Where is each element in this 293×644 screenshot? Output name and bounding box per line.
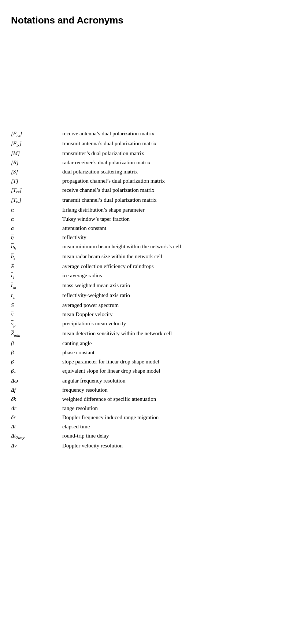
notation-description: receive channel’s dual polarization matr… xyxy=(62,186,282,195)
notation-description: mean detection sensitivity within the ne… xyxy=(62,329,282,339)
notation-description: elapsed time xyxy=(62,422,282,431)
notation-row: Δt2wayround-trip time delay xyxy=(11,432,282,441)
notation-symbol: δk xyxy=(11,395,62,403)
notation-row: βcanting angle xyxy=(11,339,282,348)
notation-description: phase constant xyxy=(62,348,282,357)
notation-symbol: α xyxy=(11,215,62,223)
notation-description: Doppler frequency induced range migratio… xyxy=(62,413,282,422)
notation-description: reflectivity xyxy=(62,233,282,242)
notation-row: [R]radar receiver’s dual polarization ma… xyxy=(11,158,282,167)
notation-description: range resolution xyxy=(62,404,282,413)
notation-symbol: Zmin xyxy=(11,329,62,339)
notation-symbol: [Frx] xyxy=(11,129,62,139)
notation-symbol: ri xyxy=(11,271,62,281)
notation-description: Erlang distribution’s shape parameter xyxy=(62,206,282,214)
notation-row: [Ftx]transmit antenna’s dual polarizatio… xyxy=(11,139,282,149)
notation-description: average collection efficiency of raindro… xyxy=(62,262,282,271)
notation-symbol: η xyxy=(11,233,62,242)
notation-description: round-trip time delay xyxy=(62,432,282,441)
notation-symbol: Δt xyxy=(11,422,62,431)
notation-row: Saveraged power spectrum xyxy=(11,301,282,310)
notation-symbol: rm xyxy=(11,281,62,290)
notation-description: propagation channel’s dual polarization … xyxy=(62,177,282,185)
notation-symbol: Δr xyxy=(11,404,62,413)
notation-row: αattenuation constant xyxy=(11,224,282,233)
notation-symbol: [R] xyxy=(11,158,62,167)
notation-description: Tukey window’s taper fraction xyxy=(62,215,282,223)
notation-row: Eaverage collection efficiency of raindr… xyxy=(11,262,282,271)
notation-description: transmit antenna’s dual polarization mat… xyxy=(62,139,282,149)
notation-row: βphase constant xyxy=(11,348,282,357)
notation-symbol: bs xyxy=(11,252,62,261)
notation-row: βslope parameter for linear drop shape m… xyxy=(11,358,282,366)
notation-symbol: [S] xyxy=(11,168,62,176)
notation-description: canting angle xyxy=(62,339,282,348)
notation-symbol: [Ftx] xyxy=(11,139,62,149)
notation-row: Δωangular frequency resolution xyxy=(11,377,282,385)
notation-description: slope parameter for linear drop shape mo… xyxy=(62,358,282,366)
notation-row: Δtelapsed time xyxy=(11,422,282,431)
page-title: Notations and Acronyms xyxy=(11,15,282,26)
notation-symbol: bh xyxy=(11,242,62,252)
notation-symbol: α xyxy=(11,224,62,233)
notation-row: αErlang distribution’s shape parameter xyxy=(11,206,282,214)
notation-description: transmit channel’s dual polarization mat… xyxy=(62,196,282,205)
notation-description: reflectivity-weighted axis ratio xyxy=(62,291,282,300)
notation-symbol: α xyxy=(11,206,62,214)
notation-row: rzreflectivity-weighted axis ratio xyxy=(11,291,282,300)
notation-symbol: [Ttx] xyxy=(11,196,62,205)
notation-description: dual polarization scattering matrix xyxy=(62,168,282,176)
notation-row: δrDoppler frequency induced range migrat… xyxy=(11,413,282,422)
notation-row: riice average radius xyxy=(11,271,282,281)
notation-description: precipitation’s mean velocity xyxy=(62,319,282,329)
notation-symbol: Δω xyxy=(11,377,62,385)
notation-symbol: β xyxy=(11,358,62,366)
notation-description: receive antenna’s dual polarization matr… xyxy=(62,129,282,139)
notation-row: Zminmean detection sensitivity within th… xyxy=(11,329,282,339)
notation-symbol: [Trx] xyxy=(11,186,62,195)
notation-row: rmmass-weighted mean axis ratio xyxy=(11,281,282,290)
notation-symbol: β xyxy=(11,348,62,357)
notation-description: angular frequency resolution xyxy=(62,377,282,385)
notation-row: bhmean minimum beam height within the ne… xyxy=(11,242,282,252)
notation-row: vpprecipitation’s mean velocity xyxy=(11,319,282,329)
notation-row: [M]transmitter’s dual polarization matri… xyxy=(11,149,282,158)
notation-row: [Trx]receive channel’s dual polarization… xyxy=(11,186,282,195)
notation-description: transmitter’s dual polarization matrix xyxy=(62,149,282,158)
notation-symbol: rz xyxy=(11,291,62,300)
notation-list: [Frx]receive antenna’s dual polarization… xyxy=(11,129,282,451)
notation-description: ice average radius xyxy=(62,271,282,281)
notation-row: [Frx]receive antenna’s dual polarization… xyxy=(11,129,282,139)
notation-symbol: v xyxy=(11,310,62,319)
notation-symbol: [T] xyxy=(11,177,62,185)
notation-symbol: Δv xyxy=(11,442,62,450)
notation-description: weighted difference of specific attenuat… xyxy=(62,395,282,403)
notation-symbol: S xyxy=(11,301,62,310)
notation-symbol: δr xyxy=(11,413,62,422)
notation-symbol: β xyxy=(11,339,62,348)
notation-description: equivalent slope for linear drop shape m… xyxy=(62,367,282,376)
notation-row: ΔvDoppler velocity resolution xyxy=(11,442,282,450)
notation-description: mass-weighted mean axis ratio xyxy=(62,281,282,290)
notation-symbol: [M] xyxy=(11,149,62,158)
notation-row: [Ttx]transmit channel’s dual polarizatio… xyxy=(11,196,282,205)
notation-description: mean Doppler velocity xyxy=(62,310,282,319)
notation-symbol: Δf xyxy=(11,386,62,394)
notation-description: mean radar beam size within the network … xyxy=(62,252,282,261)
notation-row: ηreflectivity xyxy=(11,233,282,242)
notation-row: bsmean radar beam size within the networ… xyxy=(11,252,282,261)
notation-description: mean minimum beam height within the netw… xyxy=(62,242,282,252)
notation-symbol: βe xyxy=(11,367,62,376)
notation-row: Δrrange resolution xyxy=(11,404,282,413)
notation-description: averaged power spectrum xyxy=(62,301,282,310)
notation-row: δkweighted difference of specific attenu… xyxy=(11,395,282,403)
notation-row: Δffrequency resolution xyxy=(11,386,282,394)
notation-description: Doppler velocity resolution xyxy=(62,442,282,450)
notation-row: [T]propagation channel’s dual polarizati… xyxy=(11,177,282,185)
notation-row: vmean Doppler velocity xyxy=(11,310,282,319)
notation-row: [S]dual polarization scattering matrix xyxy=(11,168,282,176)
notation-symbol: E xyxy=(11,262,62,271)
notation-description: attenuation constant xyxy=(62,224,282,233)
notation-description: radar receiver’s dual polarization matri… xyxy=(62,158,282,167)
notation-symbol: Δt2way xyxy=(11,432,62,441)
